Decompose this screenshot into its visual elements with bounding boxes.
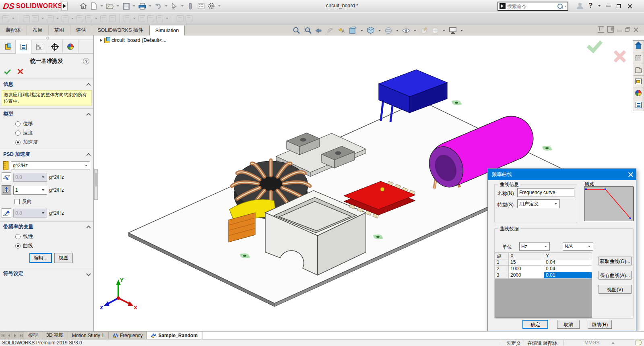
search-scope-icon[interactable] bbox=[500, 3, 506, 9]
edit-component-icon[interactable] bbox=[156, 15, 163, 22]
section-type-header[interactable]: 类型 bbox=[0, 109, 93, 119]
view-curve-button[interactable]: 视图(V) bbox=[599, 285, 632, 294]
get-curve-button[interactable]: 获取曲线(G)... bbox=[599, 257, 632, 265]
prev-tab-button[interactable] bbox=[6, 331, 12, 339]
dialog-titlebar[interactable]: 频率曲线 bbox=[488, 169, 636, 180]
dropdown-caret[interactable] bbox=[95, 18, 97, 19]
taskpane-custom-properties-button[interactable] bbox=[633, 99, 644, 111]
open-icon[interactable] bbox=[105, 2, 114, 10]
tab-layout[interactable]: 布局 bbox=[27, 25, 49, 35]
save-icon[interactable] bbox=[122, 2, 130, 10]
dropdown-caret[interactable] bbox=[460, 30, 463, 31]
new-dropdown-caret[interactable] bbox=[101, 5, 103, 7]
cell-y[interactable]: 0.04 bbox=[544, 259, 592, 266]
dropdown-caret[interactable] bbox=[166, 18, 168, 19]
doc-minimize-button[interactable] bbox=[617, 31, 622, 31]
layers-icon[interactable] bbox=[76, 15, 83, 22]
radio-linear[interactable]: 线性 bbox=[0, 232, 93, 241]
restore-button[interactable] bbox=[613, 2, 624, 10]
units-selector[interactable]: MMGS bbox=[584, 340, 599, 346]
design-study-icon[interactable] bbox=[2, 15, 9, 22]
units-caret-icon[interactable] bbox=[611, 342, 615, 344]
tab-configuration-manager[interactable] bbox=[31, 40, 47, 54]
command-search[interactable] bbox=[497, 2, 568, 11]
edit-appearance-icon[interactable] bbox=[419, 26, 428, 35]
help-icon[interactable]: ? bbox=[588, 2, 592, 10]
panel-scrollbar[interactable] bbox=[94, 169, 98, 200]
curve-name-input[interactable] bbox=[517, 188, 574, 197]
psd-unit-select[interactable]: g^2/Hz bbox=[11, 161, 90, 170]
reverse-checkbox[interactable] bbox=[14, 199, 20, 204]
cell-point[interactable]: 3 bbox=[495, 272, 509, 279]
options-dropdown-caret[interactable] bbox=[218, 5, 221, 7]
mate-icon[interactable] bbox=[47, 15, 54, 22]
first-tab-button[interactable] bbox=[0, 331, 6, 339]
psd-x-value[interactable]: 0.8 bbox=[13, 173, 47, 182]
dialog-close-icon[interactable] bbox=[628, 172, 634, 177]
psd-y-value[interactable]: 1 bbox=[13, 186, 47, 195]
psd-z-value[interactable]: 0.8 bbox=[13, 209, 47, 218]
minimize-button[interactable] bbox=[603, 2, 613, 10]
save-curve-button[interactable]: 保存曲线(A)... bbox=[599, 271, 632, 280]
fastener-icon[interactable] bbox=[62, 15, 68, 22]
tab-evaluate[interactable]: 评估 bbox=[70, 25, 92, 35]
user-account-icon[interactable] bbox=[576, 2, 584, 10]
help-dropdown-caret[interactable] bbox=[598, 5, 601, 7]
component-icon[interactable] bbox=[32, 15, 39, 22]
select-icon[interactable] bbox=[170, 2, 179, 10]
open-dropdown-caret[interactable] bbox=[117, 5, 119, 7]
tab-motion-study[interactable]: Motion Study 1 bbox=[68, 331, 109, 339]
radio-curve[interactable]: 曲线 bbox=[0, 241, 93, 251]
edit-curve-button[interactable]: 编辑... bbox=[29, 253, 52, 263]
dropdown-caret[interactable] bbox=[378, 30, 381, 31]
next-tab-button[interactable] bbox=[12, 331, 18, 339]
hide-show-items-icon[interactable] bbox=[402, 26, 411, 35]
print-icon[interactable] bbox=[138, 2, 147, 10]
confirm-corner-ok-icon[interactable] bbox=[586, 39, 603, 53]
cancel-x-button[interactable] bbox=[17, 68, 23, 75]
exploded-view-icon[interactable] bbox=[186, 15, 192, 22]
dropdown-caret[interactable] bbox=[133, 18, 136, 19]
tab-sample-random[interactable]: Sample_Random bbox=[147, 331, 202, 339]
tab-addins[interactable]: SOLIDWORKS 插件 bbox=[92, 25, 149, 35]
home-icon[interactable] bbox=[79, 2, 88, 10]
tab-feature-tree[interactable] bbox=[0, 40, 16, 54]
taskpane-appearances-button[interactable] bbox=[633, 87, 644, 99]
unit-x-select[interactable]: Hz bbox=[519, 242, 550, 251]
panel-splitter[interactable] bbox=[0, 35, 93, 40]
tolerance-icon[interactable] bbox=[100, 15, 107, 22]
section-view-icon[interactable] bbox=[326, 26, 335, 35]
direction-y-button[interactable] bbox=[2, 185, 11, 195]
display-style-icon[interactable] bbox=[384, 26, 393, 35]
design-binder-icon[interactable] bbox=[177, 15, 184, 22]
dropdown-caret[interactable] bbox=[414, 30, 416, 31]
tab-model[interactable]: 模型 bbox=[24, 331, 42, 339]
cell-y[interactable]: 0.04 bbox=[544, 266, 592, 272]
drawing-section-icon[interactable] bbox=[349, 26, 357, 35]
copy-with-mates-icon[interactable] bbox=[147, 15, 154, 22]
previous-view-icon[interactable] bbox=[315, 26, 324, 35]
properties-icon[interactable] bbox=[196, 2, 205, 10]
dropdown-caret[interactable] bbox=[71, 18, 74, 19]
unit-y-select[interactable]: N/A bbox=[563, 242, 593, 251]
confirm-corner-cancel-icon[interactable] bbox=[613, 49, 626, 63]
radio-velocity[interactable]: 速度 bbox=[0, 128, 93, 138]
taskpane-design-library-button[interactable] bbox=[633, 52, 644, 64]
tree-expand-icon[interactable] bbox=[100, 39, 102, 42]
help-button[interactable]: 帮助(H) bbox=[588, 320, 612, 329]
save-dropdown-caret[interactable] bbox=[133, 5, 135, 7]
pcb-pad[interactable] bbox=[542, 146, 552, 151]
tab-sketch[interactable]: 草图 bbox=[49, 25, 70, 35]
section-symbol-header[interactable]: 符号设定 bbox=[0, 268, 93, 279]
cell-x[interactable]: 2000 bbox=[509, 272, 544, 279]
cell-x[interactable]: 15 bbox=[509, 259, 544, 266]
apply-scene-icon[interactable] bbox=[431, 26, 440, 35]
ok-button[interactable]: 确定 bbox=[522, 320, 548, 329]
cell-point[interactable]: 2 bbox=[495, 266, 509, 272]
doc-close-button[interactable] bbox=[633, 27, 638, 32]
collapse-left-pane-button[interactable] bbox=[598, 26, 604, 33]
dropdown-caret[interactable] bbox=[361, 30, 363, 31]
cell-point[interactable]: 1 bbox=[495, 259, 509, 266]
last-tab-button[interactable] bbox=[18, 331, 24, 339]
view-curve-button[interactable]: 视图 bbox=[54, 253, 73, 263]
